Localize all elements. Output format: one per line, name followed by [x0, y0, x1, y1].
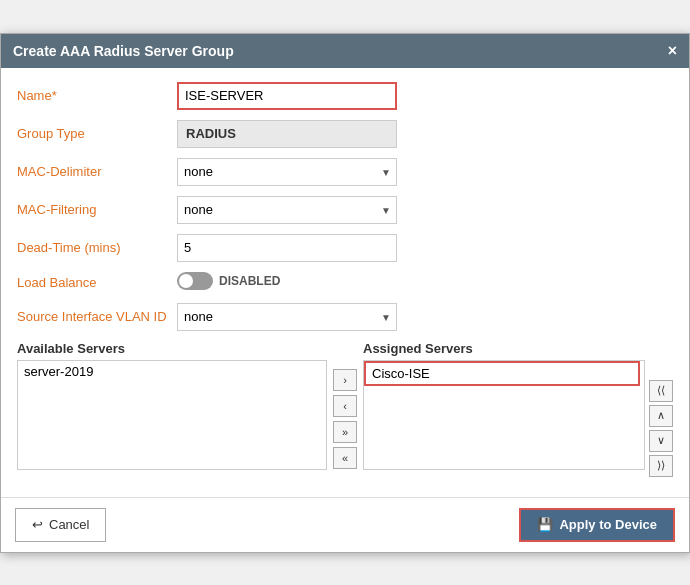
- mac-filtering-select[interactable]: none: [177, 196, 397, 224]
- mac-filtering-label: MAC-Filtering: [17, 202, 177, 217]
- available-servers-listbox[interactable]: server-2019: [17, 360, 327, 470]
- available-servers-container: server-2019: [17, 360, 327, 470]
- dialog-header: Create AAA Radius Server Group ×: [1, 34, 689, 68]
- name-row: Name*: [17, 82, 673, 110]
- move-left-button[interactable]: ‹: [333, 395, 357, 417]
- order-buttons: ⟨⟨ ∧ ∨ ⟩⟩: [649, 360, 673, 477]
- move-up-button[interactable]: ∧: [649, 405, 673, 427]
- mac-delimiter-control-wrap: none ▼: [177, 158, 673, 186]
- toggle-thumb: [179, 274, 193, 288]
- apply-to-device-button[interactable]: 💾 Apply to Device: [519, 508, 675, 542]
- source-interface-row: Source Interface VLAN ID none ▼: [17, 303, 673, 331]
- mac-delimiter-select-wrap: none ▼: [177, 158, 397, 186]
- assigned-servers-column: Assigned Servers Cisco-ISE ⟨⟨ ∧ ∨ ⟩⟩: [363, 341, 673, 477]
- move-down-button[interactable]: ∨: [649, 430, 673, 452]
- dialog-body: Name* Group Type RADIUS MAC-Delimiter no…: [1, 68, 689, 487]
- source-interface-select-wrap: none ▼: [177, 303, 397, 331]
- mac-filtering-control-wrap: none ▼: [177, 196, 673, 224]
- available-servers-column: Available Servers server-2019: [17, 341, 327, 477]
- toggle-track: [177, 272, 213, 290]
- mac-filtering-row: MAC-Filtering none ▼: [17, 196, 673, 224]
- name-label: Name*: [17, 88, 177, 103]
- cancel-label: Cancel: [49, 517, 89, 532]
- mac-delimiter-select[interactable]: none: [177, 158, 397, 186]
- name-control-wrap: [177, 82, 673, 110]
- load-balance-control-wrap: DISABLED: [177, 272, 673, 293]
- assigned-servers-with-controls: Cisco-ISE ⟨⟨ ∧ ∨ ⟩⟩: [363, 360, 673, 477]
- assigned-servers-listbox[interactable]: Cisco-ISE: [363, 360, 645, 470]
- move-to-bottom-button[interactable]: ⟩⟩: [649, 455, 673, 477]
- dead-time-input[interactable]: [177, 234, 397, 262]
- group-type-label: Group Type: [17, 126, 177, 141]
- move-all-left-button[interactable]: «: [333, 447, 357, 469]
- dead-time-row: Dead-Time (mins): [17, 234, 673, 262]
- mac-delimiter-row: MAC-Delimiter none ▼: [17, 158, 673, 186]
- group-type-control-wrap: RADIUS: [177, 120, 673, 148]
- load-balance-row: Load Balance DISABLED: [17, 272, 673, 293]
- cancel-button[interactable]: ↩ Cancel: [15, 508, 106, 542]
- save-icon: 💾: [537, 517, 553, 532]
- dead-time-control-wrap: [177, 234, 673, 262]
- load-balance-toggle-label: DISABLED: [219, 274, 280, 288]
- create-aaa-dialog: Create AAA Radius Server Group × Name* G…: [0, 33, 690, 553]
- mac-filtering-select-wrap: none ▼: [177, 196, 397, 224]
- assigned-servers-container: Cisco-ISE: [363, 360, 645, 477]
- move-to-top-button[interactable]: ⟨⟨: [649, 380, 673, 402]
- source-interface-control-wrap: none ▼: [177, 303, 673, 331]
- list-item[interactable]: server-2019: [18, 361, 326, 382]
- load-balance-label: Load Balance: [17, 275, 177, 290]
- source-interface-select[interactable]: none: [177, 303, 397, 331]
- dead-time-label: Dead-Time (mins): [17, 240, 177, 255]
- source-interface-label: Source Interface VLAN ID: [17, 309, 177, 324]
- transfer-buttons: › ‹ » «: [327, 361, 363, 477]
- dialog-title: Create AAA Radius Server Group: [13, 43, 234, 59]
- mac-delimiter-label: MAC-Delimiter: [17, 164, 177, 179]
- servers-section: Available Servers server-2019 › ‹ » « As…: [17, 341, 673, 477]
- dialog-footer: ↩ Cancel 💾 Apply to Device: [1, 497, 689, 552]
- move-right-button[interactable]: ›: [333, 369, 357, 391]
- group-type-value: RADIUS: [177, 120, 397, 148]
- move-all-right-button[interactable]: »: [333, 421, 357, 443]
- load-balance-toggle[interactable]: DISABLED: [177, 272, 280, 290]
- close-button[interactable]: ×: [668, 42, 677, 60]
- name-input[interactable]: [177, 82, 397, 110]
- apply-label: Apply to Device: [559, 517, 657, 532]
- cancel-icon: ↩: [32, 517, 43, 532]
- assigned-servers-label: Assigned Servers: [363, 341, 673, 356]
- group-type-row: Group Type RADIUS: [17, 120, 673, 148]
- available-servers-label: Available Servers: [17, 341, 327, 356]
- list-item[interactable]: Cisco-ISE: [364, 361, 640, 386]
